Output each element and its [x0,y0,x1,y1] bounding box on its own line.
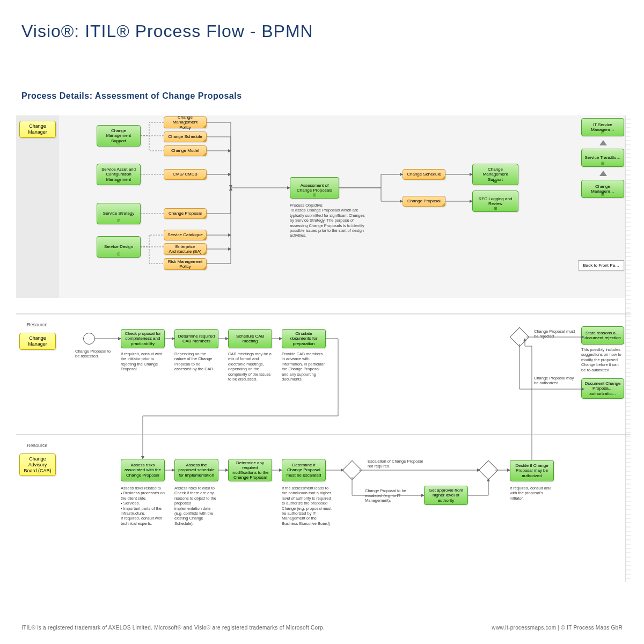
task2-0[interactable]: Assess risks associated with the Change … [121,459,165,481]
orange-in-7[interactable]: Risk Management Policy [164,258,207,270]
diagram-canvas: Change Manager Change Management Support… [16,115,631,604]
edge-reject: Change Proposal must be rejected [534,329,577,339]
orange-in-4[interactable]: Change Proposal [164,208,207,219]
green-input-1[interactable]: Service Asset and Configuration Manageme… [97,164,141,185]
reject-note: This possibly includes suggestions on ho… [581,347,624,372]
orange-in-6[interactable]: Enterprise Architecture (EA) [164,243,207,255]
resource-label-2: Resource [27,443,48,448]
note2-0: Assess risks related to • Business proce… [121,486,165,526]
task1-1[interactable]: Determine required CAB members [174,329,218,348]
edge-esc: Change Proposal to be escalated (e.g. to… [365,488,419,503]
green-input-2[interactable]: Service Strategy [97,203,141,224]
orange-in-3[interactable]: CMS/ CMDB [164,169,207,180]
out-reject[interactable]: State reasons a… document rejection [581,326,624,345]
edge-auth: Change Proposal may be authorized [534,376,577,385]
right-g-1[interactable]: Service Transitio… [581,149,624,167]
note1-3: Provide CAB members in advance with info… [282,352,326,382]
orange-in-1[interactable]: Change Schedule [164,131,207,142]
out-auth[interactable]: Document Change Proposa… authorizatio… [581,378,624,399]
footer: ITIL® is a registered trademark of AXELO… [0,625,644,631]
edge-noesc: Escalation of Change Proposal not requir… [368,459,427,469]
orange-in-0[interactable]: Change Management Policy [164,116,207,128]
orange-in-5[interactable]: Service Catalogue [164,230,207,240]
right-g-0[interactable]: IT Service Managem… [581,118,624,136]
orange-in-2[interactable]: Change Model [164,145,207,156]
gateway-esc[interactable] [342,460,362,480]
task2-2[interactable]: Determine any required modifications to … [228,459,272,481]
page-title: Visio®: ITIL® Process Flow - BPMN [21,21,313,41]
start-note: Change Proposal to be assessed. [75,349,113,359]
decide-note: If required, consult also with the propo… [510,486,554,501]
gateway-merge[interactable] [479,460,499,480]
decide-task[interactable]: Decide if Change Proposal may be authori… [510,460,554,481]
role-mid: Change Manager [19,333,56,350]
footer-left: ITIL® is a registered trademark of AXELO… [21,625,325,631]
orange-out-1[interactable]: Change Proposal [402,196,445,207]
task1-3[interactable]: Circulate documents for preparation [282,329,326,348]
task2-3[interactable]: Determine if Change Proposal must be esc… [282,459,326,481]
green-input-0[interactable]: Change Management Support [97,125,141,147]
green-input-3[interactable]: Service Design [97,236,141,258]
task2-1[interactable]: Assess the proposed schedule for impleme… [174,459,218,481]
note1-1: Depending on the nature of the Change Pr… [174,352,218,372]
task1-0[interactable]: Check proposal for completeness and prac… [121,329,165,348]
note2-3: If the assessment leads to the conclusio… [282,486,333,526]
role-bot: Change Advisory Board (CAB) [19,453,56,476]
green-out-0[interactable]: Change Management Support [472,164,518,185]
orange-out-0[interactable]: Change Schedule [402,169,445,180]
note1-2: CAB meetings may be a mix of formal and … [228,352,272,382]
task1-2[interactable]: Schedule CAB meeting [228,329,272,348]
gateway-top[interactable] [510,327,530,347]
footer-right: www.it-processmaps.com | © IT Process Ma… [492,625,623,631]
page-subtitle: Process Details: Assessment of Change Pr… [21,91,242,101]
approval-task[interactable]: Get approval from higher level of author… [424,486,468,505]
back-to-front-button[interactable]: Back to Front Pa… [578,260,624,270]
resource-label-1: Resource [27,322,48,327]
start-event[interactable] [83,333,95,345]
center-assessment[interactable]: Assessment of Change Proposals [290,177,339,199]
note1-0: If required, consult with the initiator … [121,352,165,372]
green-out-1[interactable]: RFC Logging and Review [472,191,518,212]
right-g-2[interactable]: Change Managem… [581,180,624,198]
role-top: Change Manager [19,121,56,138]
note2-1: Assess risks related to Check if there a… [174,486,218,526]
objective-note: Process Objective: To asses Change Propo… [290,203,365,238]
